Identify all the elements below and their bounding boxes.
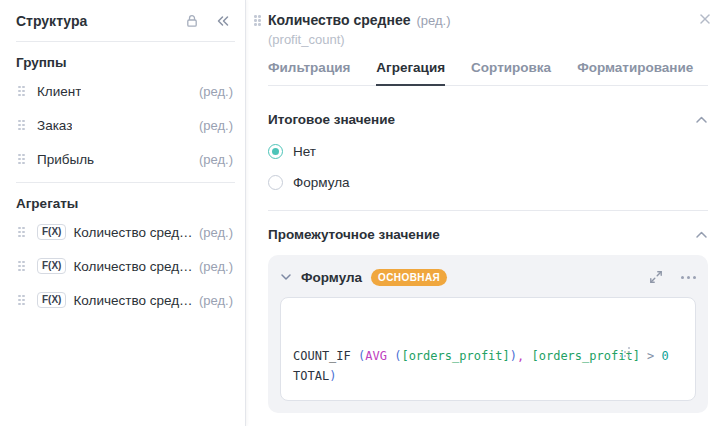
intermediate-value-title: Промежуточное значение bbox=[268, 227, 440, 242]
group-item-label: Прибыль bbox=[37, 152, 94, 167]
aggregate-item-label: Количество средн... bbox=[73, 259, 193, 274]
chevron-up-icon[interactable] bbox=[695, 115, 708, 125]
sidebar-header: Структура bbox=[0, 0, 245, 39]
formula-card-header: Формула ОСНОВНАЯ bbox=[280, 264, 696, 290]
group-item-edit-link[interactable]: (ред.) bbox=[193, 84, 233, 99]
formula-fx-badge: F(X) bbox=[37, 224, 66, 240]
field-settings-panel: Количество среднее (ред.) (profit_count)… bbox=[246, 0, 724, 426]
tab-label: Фильтрация bbox=[268, 60, 350, 75]
chevron-up-icon[interactable] bbox=[695, 230, 708, 240]
radio-button[interactable] bbox=[268, 144, 283, 159]
resize-grip-icon[interactable] bbox=[619, 307, 691, 396]
aggregate-item-edit-link[interactable]: (ред.) bbox=[193, 225, 233, 240]
formula-card: Формула ОСНОВНАЯ COUNT_IF (AVG ([orders_… bbox=[268, 255, 708, 413]
radio-option[interactable]: Формула bbox=[268, 175, 708, 190]
intermediate-value-section-header: Промежуточное значение bbox=[268, 227, 708, 242]
settings-tabs: Фильтрация Агрегация Сортировка Форматир… bbox=[268, 60, 708, 86]
formula-fx-badge: F(X) bbox=[37, 258, 66, 274]
expand-icon[interactable] bbox=[649, 270, 663, 284]
field-id-subtitle: (profit_count) bbox=[268, 32, 708, 47]
group-item-edit-link[interactable]: (ред.) bbox=[193, 118, 233, 133]
groups-header: Группы bbox=[0, 42, 245, 72]
group-item-label: Заказ bbox=[37, 118, 72, 133]
group-item-label: Клиент bbox=[37, 84, 81, 99]
aggregate-item-label: Количество средн... bbox=[73, 293, 193, 308]
group-item[interactable]: Клиент (ред.) bbox=[18, 74, 233, 108]
lock-icon[interactable] bbox=[184, 13, 200, 29]
radio-label: Нет bbox=[293, 144, 316, 159]
settings-tab[interactable]: Фильтрация bbox=[268, 60, 350, 86]
dataset-editor: Структура Группы Клиент bbox=[0, 0, 724, 426]
aggregate-item-edit-link[interactable]: (ред.) bbox=[193, 259, 233, 274]
aggregate-item-edit-link[interactable]: (ред.) bbox=[193, 293, 233, 308]
collapse-panel-icon[interactable] bbox=[215, 13, 231, 29]
groups-list: Клиент (ред.) Заказ (ред.) Прибыль (ред.… bbox=[0, 72, 245, 180]
aggregates-list: F(X) Количество среднее (ред.) F(X) Коли… bbox=[0, 213, 245, 321]
total-value-section-header: Итоговое значение bbox=[268, 112, 708, 127]
chevron-down-icon[interactable] bbox=[280, 271, 292, 283]
formula-fx-badge: F(X) bbox=[37, 292, 66, 308]
drag-handle-icon[interactable] bbox=[18, 86, 25, 97]
drag-handle-icon[interactable] bbox=[18, 261, 25, 272]
formula-card-title: Формула bbox=[301, 270, 362, 285]
radio-label: Формула bbox=[293, 175, 350, 190]
tab-label: Агрегация bbox=[376, 60, 445, 75]
aggregate-item[interactable]: F(X) Количество среднее (ред.) bbox=[18, 215, 233, 249]
formula-code-editor[interactable]: COUNT_IF (AVG ([orders_profit]), [orders… bbox=[280, 297, 696, 401]
radio-option[interactable]: Нет bbox=[268, 144, 708, 159]
more-options-icon[interactable] bbox=[681, 276, 696, 279]
radio-button[interactable] bbox=[268, 175, 283, 190]
drag-handle-icon[interactable] bbox=[18, 295, 25, 306]
total-value-title: Итоговое значение bbox=[268, 112, 395, 127]
close-icon[interactable] bbox=[698, 12, 712, 26]
group-item[interactable]: Прибыль (ред.) bbox=[18, 142, 233, 176]
total-value-options: Нет Формула bbox=[268, 144, 708, 190]
settings-tab[interactable]: Сортировка bbox=[471, 60, 551, 86]
panel-header: Количество среднее (ред.) (profit_count) bbox=[268, 12, 708, 47]
panel-title: Количество среднее bbox=[268, 12, 411, 28]
panel-title-edit-link[interactable]: (ред.) bbox=[417, 13, 451, 28]
settings-tab[interactable]: Форматирование bbox=[577, 60, 693, 86]
aggregate-item-label: Количество среднее bbox=[73, 225, 193, 240]
drag-handle-icon[interactable] bbox=[18, 227, 25, 238]
main-formula-badge: ОСНОВНАЯ bbox=[371, 269, 447, 286]
aggregate-item[interactable]: F(X) Количество средн... (ред.) bbox=[18, 249, 233, 283]
sidebar-title: Структура bbox=[16, 13, 184, 29]
group-item-edit-link[interactable]: (ред.) bbox=[193, 152, 233, 167]
drag-handle-icon[interactable] bbox=[18, 120, 25, 131]
aggregates-header: Агрегаты bbox=[0, 183, 245, 213]
settings-tab[interactable]: Агрегация bbox=[376, 60, 445, 86]
tab-label: Сортировка bbox=[471, 60, 551, 75]
aggregate-item[interactable]: F(X) Количество средн... (ред.) bbox=[18, 283, 233, 317]
structure-sidebar: Структура Группы Клиент bbox=[0, 0, 246, 426]
section-divider bbox=[268, 210, 708, 211]
drag-handle-icon[interactable] bbox=[254, 15, 261, 26]
drag-handle-icon[interactable] bbox=[18, 154, 25, 165]
tab-label: Форматирование bbox=[577, 60, 693, 75]
group-item[interactable]: Заказ (ред.) bbox=[18, 108, 233, 142]
